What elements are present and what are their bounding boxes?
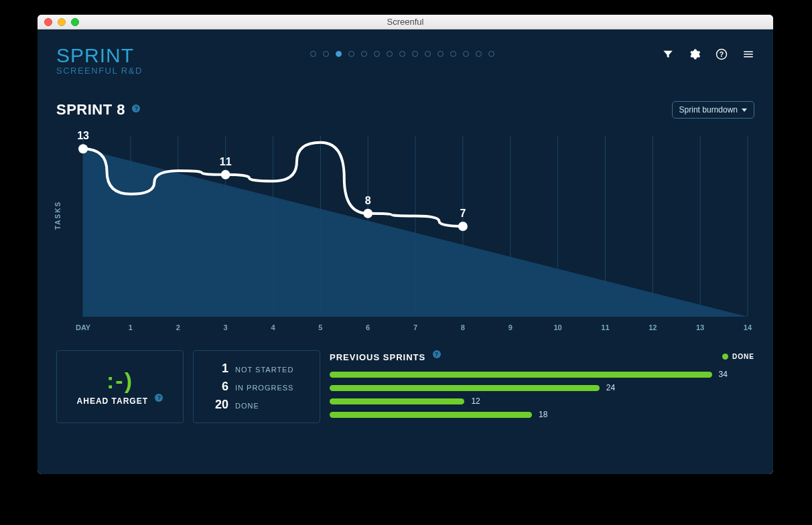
zoom-window-button[interactable] <box>71 18 79 26</box>
count-value: 1 <box>206 362 228 376</box>
pager-dot[interactable] <box>310 51 316 57</box>
status-card: :-) AHEAD TARGET ? <box>56 350 184 423</box>
previous-bar-row: 24 <box>330 383 754 392</box>
burndown-chart: TASKS DAY1234567891011121314131187 <box>56 123 754 337</box>
pager-dot[interactable] <box>361 51 367 57</box>
pager-dot[interactable] <box>348 51 354 57</box>
status-text: AHEAD TARGET <box>77 396 148 406</box>
svg-text:6: 6 <box>366 323 370 331</box>
filter-icon[interactable] <box>662 48 674 60</box>
counts-card: 1NOT STARTED6IN PROGRESS20DONE <box>193 350 320 423</box>
window-title: Screenful <box>38 17 773 27</box>
help-icon[interactable]: ? <box>716 48 728 60</box>
pager-dot[interactable] <box>374 51 380 57</box>
count-row: 20DONE <box>206 398 308 412</box>
y-axis-label: TASKS <box>54 201 62 230</box>
legend-dot-icon <box>722 354 728 360</box>
svg-text:2: 2 <box>176 323 180 331</box>
previous-bar <box>330 398 464 404</box>
previous-bar-row: 34 <box>330 370 754 379</box>
help-badge-icon[interactable]: ? <box>433 350 441 358</box>
topbar: SPRINT SCREENFUL R&D ? <box>56 44 754 76</box>
menu-icon[interactable] <box>742 48 754 60</box>
previous-bar <box>330 372 712 378</box>
previous-bar <box>330 412 532 418</box>
brand-title: SPRINT <box>56 44 143 67</box>
chart-type-select[interactable]: Sprint burndown <box>672 101 754 119</box>
legend: DONE <box>722 353 754 360</box>
pager-dot[interactable] <box>450 51 456 57</box>
previous-bar-value: 12 <box>471 396 480 406</box>
app-window: Screenful SPRINT SCREENFUL R&D ? SPRINT … <box>38 15 773 474</box>
help-badge-icon[interactable]: ? <box>155 394 163 402</box>
dashboard: SPRINT SCREENFUL R&D ? SPRINT 8 ? Sprint… <box>38 29 773 474</box>
pager-dot[interactable] <box>463 51 469 57</box>
previous-title: PREVIOUS SPRINTS <box>330 352 425 362</box>
window-controls <box>38 18 79 26</box>
pager-dot[interactable] <box>488 51 494 57</box>
previous-bars: 34241218 <box>330 370 754 419</box>
previous-bar <box>330 385 600 391</box>
content: SPRINT 8 ? Sprint burndown TASKS DAY1234… <box>56 76 754 461</box>
svg-point-34 <box>221 170 230 179</box>
svg-text:13: 13 <box>77 130 89 141</box>
svg-text:7: 7 <box>460 208 466 219</box>
count-row: 1NOT STARTED <box>206 362 308 376</box>
svg-text:DAY: DAY <box>76 323 91 331</box>
pager-dot[interactable] <box>437 51 444 57</box>
chevron-down-icon <box>742 108 747 112</box>
count-label: NOT STARTED <box>235 366 293 374</box>
pager-dot[interactable] <box>387 51 393 57</box>
svg-text:7: 7 <box>413 323 417 331</box>
status-emoji: :-) <box>69 368 171 394</box>
svg-text:3: 3 <box>224 323 228 331</box>
previous-bar-row: 12 <box>330 396 754 406</box>
previous-title-wrap: PREVIOUS SPRINTS ? <box>330 350 441 363</box>
previous-bar-value: 24 <box>606 383 615 392</box>
previous-sprints: PREVIOUS SPRINTS ? DONE 34241218 <box>330 350 754 423</box>
svg-text:14: 14 <box>744 323 752 331</box>
help-badge-icon[interactable]: ? <box>132 104 140 112</box>
svg-point-36 <box>363 209 373 218</box>
pager-dot[interactable] <box>425 51 431 57</box>
chart-header: SPRINT 8 ? Sprint burndown <box>56 101 754 119</box>
brand-subtitle: SCREENFUL R&D <box>56 66 143 76</box>
pager-dot[interactable] <box>412 51 418 57</box>
sprint-title-wrap: SPRINT 8 ? <box>56 101 140 119</box>
svg-point-32 <box>78 144 88 153</box>
pager-dot[interactable] <box>336 51 342 57</box>
previous-bar-value: 34 <box>719 370 728 379</box>
count-label: DONE <box>235 402 259 410</box>
footer: :-) AHEAD TARGET ? 1NOT STARTED6IN PROGR… <box>56 350 754 423</box>
gear-icon[interactable] <box>689 48 701 60</box>
previous-bar-row: 18 <box>330 410 754 419</box>
svg-text:8: 8 <box>365 195 371 206</box>
svg-text:10: 10 <box>553 323 561 331</box>
svg-text:1: 1 <box>129 323 133 331</box>
close-window-button[interactable] <box>44 18 52 26</box>
page-indicator <box>143 44 662 57</box>
pager-dot[interactable] <box>399 51 405 57</box>
status-text-wrap: AHEAD TARGET ? <box>69 394 171 406</box>
count-row: 6IN PROGRESS <box>206 380 308 394</box>
svg-text:8: 8 <box>461 323 465 331</box>
pager-dot[interactable] <box>323 51 329 57</box>
legend-label: DONE <box>732 353 754 360</box>
svg-text:9: 9 <box>509 323 513 331</box>
previous-bar-value: 18 <box>539 410 547 419</box>
toolbar: ? <box>662 44 754 60</box>
count-value: 20 <box>206 398 228 412</box>
previous-header: PREVIOUS SPRINTS ? DONE <box>330 350 754 363</box>
svg-text:11: 11 <box>601 323 609 331</box>
svg-text:12: 12 <box>649 323 657 331</box>
minimize-window-button[interactable] <box>58 18 66 26</box>
count-label: IN PROGRESS <box>235 384 293 392</box>
svg-text:11: 11 <box>220 156 232 167</box>
brand: SPRINT SCREENFUL R&D <box>56 44 143 76</box>
pager-dot[interactable] <box>476 51 482 57</box>
chart-type-label: Sprint burndown <box>679 105 738 115</box>
chart-canvas: DAY1234567891011121314131187 <box>56 123 754 337</box>
sprint-title: SPRINT 8 <box>56 101 125 118</box>
titlebar: Screenful <box>38 15 773 29</box>
svg-text:5: 5 <box>318 323 322 331</box>
